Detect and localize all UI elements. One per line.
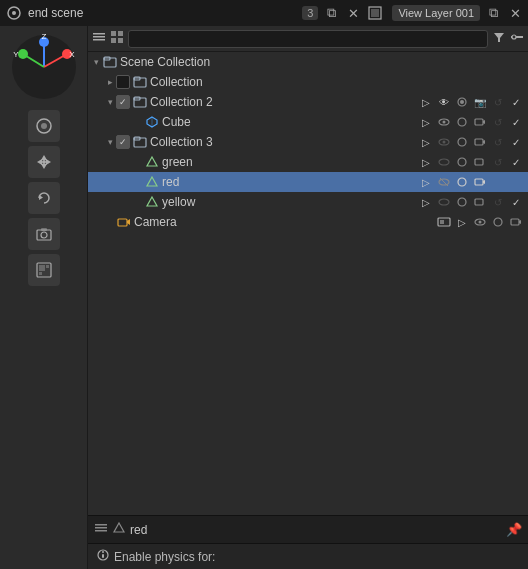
view-mode-icon[interactable] [92, 30, 106, 47]
outliner-row-camera[interactable]: ▸ Camera ▷ [88, 212, 528, 232]
restrict-icon-green[interactable]: ▷ [418, 154, 434, 170]
outliner-row-collection[interactable]: ▸ Collection [88, 72, 528, 92]
outliner-row-collection2[interactable]: ▾ Collection 2 ▷ 👁 📷 ↺ [88, 92, 528, 112]
cam-icon-cam[interactable] [508, 214, 524, 230]
physics-settings-icon[interactable] [96, 548, 110, 565]
cam-icon-yellow[interactable] [472, 194, 488, 210]
eye-icon-yellow[interactable] [436, 194, 452, 210]
bottom-view-icon[interactable] [94, 521, 108, 538]
cycle-icon-c3[interactable]: ↺ [490, 134, 506, 150]
filter-icon[interactable] [492, 30, 506, 47]
restrict-icon-c2[interactable]: ▷ [418, 94, 434, 110]
check-icon-red[interactable]: ✓ [508, 174, 524, 190]
render-icon-green[interactable] [454, 154, 470, 170]
svg-rect-34 [111, 38, 116, 43]
props-footer: Enable physics for: [88, 543, 528, 569]
expand-arrow-camera: ▸ [104, 212, 116, 232]
render-icon-c3[interactable] [454, 134, 470, 150]
eye-icon-cube[interactable] [436, 114, 452, 130]
view-layer-close-button[interactable]: ✕ [506, 4, 524, 22]
svg-point-50 [443, 121, 446, 124]
svg-marker-36 [494, 33, 504, 42]
visibility-check-collection3[interactable] [116, 135, 130, 149]
cycle-icon-yellow[interactable]: ↺ [490, 194, 506, 210]
camera-tool-button[interactable] [28, 218, 60, 250]
camera-extra [436, 214, 452, 230]
search-input[interactable] [128, 30, 488, 48]
frame-number[interactable]: 3 [302, 6, 318, 20]
expand-arrow-collection[interactable]: ▸ [104, 72, 116, 92]
svg-point-23 [41, 232, 47, 238]
restrict-icon-yellow[interactable]: ▷ [418, 194, 434, 210]
cycle-icon-c2[interactable]: ↺ [490, 94, 506, 110]
outliner-row-red[interactable]: ▸ red ▷ [88, 172, 528, 192]
expand-arrow-collection2[interactable]: ▾ [104, 92, 116, 112]
expand-arrow-collection3[interactable]: ▾ [104, 132, 116, 152]
green-label: green [162, 155, 416, 169]
cam-icon-green[interactable] [472, 154, 488, 170]
outliner-row-yellow[interactable]: ▸ yellow ▷ [88, 192, 528, 212]
rotate-tool-button[interactable] [28, 182, 60, 214]
bottom-label: red [130, 523, 502, 537]
display-mode-icon[interactable] [110, 30, 124, 47]
scene-collection-label: Scene Collection [120, 55, 524, 69]
svg-rect-29 [93, 33, 105, 35]
eye-icon-green[interactable] [436, 154, 452, 170]
eye-icon-c2[interactable]: 👁 [436, 94, 452, 110]
render-icon-yellow[interactable] [454, 194, 470, 210]
scene-copy-button[interactable]: ⧉ [322, 4, 340, 22]
restrict-icon-cam[interactable]: ▷ [454, 214, 470, 230]
cam-icon-cube[interactable] [472, 114, 488, 130]
eye-icon-c3[interactable] [436, 134, 452, 150]
check-icon-c3[interactable]: ✓ [508, 134, 524, 150]
cycle-icon-green[interactable]: ↺ [490, 154, 506, 170]
scene-collection-icon [102, 54, 118, 70]
select-tool-button[interactable] [28, 110, 60, 142]
outliner-row-scene-collection[interactable]: ▾ Scene Collection [88, 52, 528, 72]
pin-button[interactable]: 📌 [506, 522, 522, 537]
cycle-icon-red[interactable]: ↺ [490, 174, 506, 190]
move-tool-button[interactable] [28, 146, 60, 178]
check-icon-yellow[interactable]: ✓ [508, 194, 524, 210]
render-view-button[interactable] [28, 254, 60, 286]
cam-icon-c2[interactable]: 📷 [472, 94, 488, 110]
view-layer-copy-button[interactable]: ⧉ [484, 4, 502, 22]
top-bar: end scene 3 ⧉ ✕ View Layer 001 ⧉ ✕ [0, 0, 528, 26]
svg-marker-18 [37, 159, 42, 165]
expand-arrow-scene-collection[interactable]: ▾ [90, 52, 102, 72]
left-toolbar: Z X Y [0, 26, 88, 569]
outliner-row-green[interactable]: ▸ green ▷ [88, 152, 528, 172]
svg-point-72 [439, 199, 449, 205]
render-icon-red[interactable] [454, 174, 470, 190]
scene-close-button[interactable]: ✕ [344, 4, 362, 22]
render-icon-cam[interactable] [490, 214, 506, 230]
red-actions: ▷ ↺ ✓ [418, 174, 524, 190]
outliner-toolbar [88, 26, 528, 52]
check-icon-c2[interactable]: ✓ [508, 94, 524, 110]
restrict-icon-cube[interactable]: ▷ [418, 114, 434, 130]
svg-point-81 [494, 218, 502, 226]
outliner-row-collection3[interactable]: ▾ Collection 3 ▷ [88, 132, 528, 152]
yellow-icon [144, 194, 160, 210]
render-icon-c2[interactable] [454, 94, 470, 110]
cam-icon-c3[interactable] [472, 134, 488, 150]
camera-extra-icon[interactable] [436, 214, 452, 230]
cube-icon [144, 114, 160, 130]
eye-icon-cam[interactable] [472, 214, 488, 230]
render-icon-cube[interactable] [454, 114, 470, 130]
settings-icon[interactable] [510, 30, 524, 47]
visibility-check-collection[interactable] [116, 75, 130, 89]
eye-icon-red[interactable] [436, 174, 452, 190]
restrict-icon-red[interactable]: ▷ [418, 174, 434, 190]
collection-label: Collection [150, 75, 524, 89]
cam-icon-red[interactable] [472, 174, 488, 190]
check-icon-green[interactable]: ✓ [508, 154, 524, 170]
check-icon-cube[interactable]: ✓ [508, 114, 524, 130]
restrict-icon-c3[interactable]: ▷ [418, 134, 434, 150]
svg-text:Z: Z [41, 32, 46, 41]
visibility-check-collection2[interactable] [116, 95, 130, 109]
outliner-row-cube[interactable]: ▸ Cube ▷ [88, 112, 528, 132]
cycle-icon-cube[interactable]: ↺ [490, 114, 506, 130]
view-layer-label[interactable]: View Layer 001 [392, 5, 480, 21]
collection2-actions: ▷ 👁 📷 ↺ ✓ [418, 94, 524, 110]
